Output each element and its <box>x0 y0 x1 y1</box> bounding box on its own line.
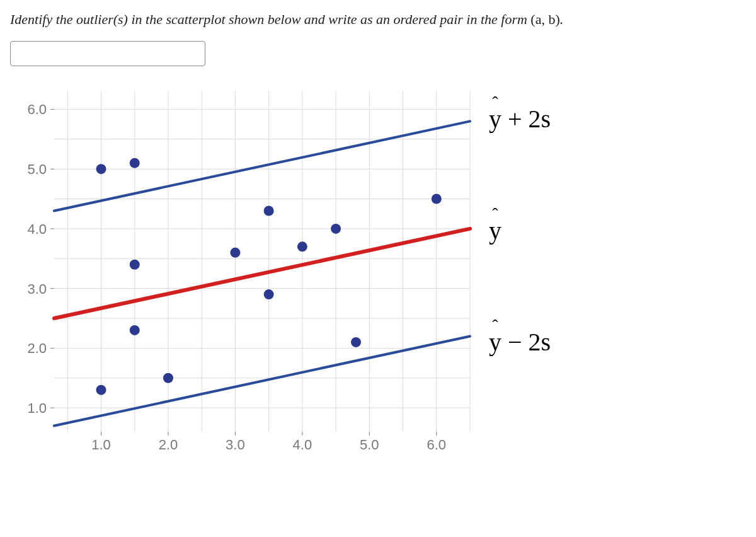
legend-mid: ˆy <box>489 216 551 245</box>
data-point <box>96 384 106 395</box>
data-point <box>297 241 307 251</box>
y-tick-label: 3.0 <box>27 280 47 296</box>
data-point <box>432 193 442 204</box>
question-prefix: Identify the outlier(s) in the scatterpl… <box>10 11 530 27</box>
y-tick-label: 1.0 <box>27 400 47 416</box>
x-tick-label: 2.0 <box>159 437 178 453</box>
question-suffix: . <box>560 11 564 27</box>
x-tick-label: 3.0 <box>226 437 245 453</box>
data-point <box>163 373 173 383</box>
question-text: Identify the outlier(s) in the scatterpl… <box>10 10 746 30</box>
x-tick-label: 6.0 <box>427 437 446 453</box>
data-point <box>264 289 274 299</box>
scatterplot: 1.02.03.04.05.06.01.02.03.04.05.06.0 <box>10 85 476 463</box>
chart-row: 1.02.03.04.05.06.01.02.03.04.05.06.0 ˆy … <box>10 85 746 463</box>
answer-input[interactable] <box>10 41 205 66</box>
data-point <box>331 224 341 234</box>
legend-lower: ˆy − 2s <box>489 327 551 357</box>
y-tick-label: 5.0 <box>27 161 47 177</box>
y-tick-label: 2.0 <box>27 340 47 356</box>
x-tick-label: 4.0 <box>293 437 312 453</box>
question-math: (a, b) <box>530 11 559 27</box>
data-point <box>130 158 140 168</box>
x-tick-label: 5.0 <box>360 437 379 453</box>
legend: ˆy + 2s ˆy ˆy − 2s <box>489 85 551 357</box>
data-point <box>264 205 274 216</box>
data-point <box>230 248 240 258</box>
data-point <box>130 260 140 270</box>
data-point <box>96 164 106 174</box>
x-tick-label: 1.0 <box>91 437 111 453</box>
data-point <box>351 337 361 347</box>
y-tick-label: 4.0 <box>27 221 47 237</box>
legend-upper: ˆy + 2s <box>489 104 551 134</box>
y-tick-label: 6.0 <box>27 101 47 117</box>
data-point <box>130 325 140 335</box>
